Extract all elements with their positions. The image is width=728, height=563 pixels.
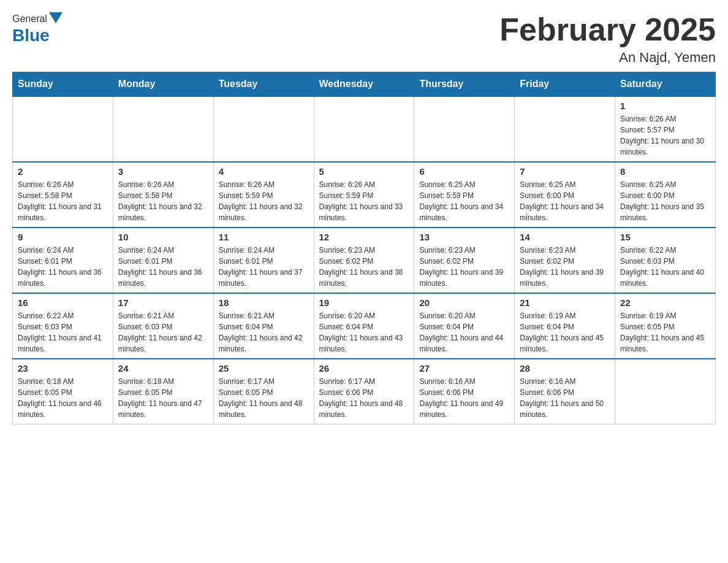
calendar-cell: 21Sunrise: 6:19 AMSunset: 6:04 PMDayligh…	[515, 293, 615, 359]
day-info: Sunrise: 6:21 AMSunset: 6:04 PMDaylight:…	[219, 310, 309, 354]
day-info: Sunrise: 6:25 AMSunset: 5:59 PMDaylight:…	[419, 179, 509, 223]
calendar-cell	[515, 96, 615, 162]
day-info: Sunrise: 6:17 AMSunset: 6:06 PMDaylight:…	[319, 376, 409, 420]
day-header-thursday: Thursday	[414, 72, 515, 97]
day-number: 25	[219, 363, 309, 373]
calendar-cell	[13, 96, 113, 162]
day-number: 13	[419, 232, 509, 242]
day-info: Sunrise: 6:23 AMSunset: 6:02 PMDaylight:…	[319, 245, 409, 289]
logo: General Blue	[12, 12, 63, 45]
day-number: 1	[620, 101, 710, 111]
page-header: General Blue February 2025 An Najd, Yeme…	[12, 12, 716, 66]
calendar-cell: 2Sunrise: 6:26 AMSunset: 5:58 PMDaylight…	[13, 162, 113, 228]
day-number: 28	[520, 363, 610, 373]
day-info: Sunrise: 6:24 AMSunset: 6:01 PMDaylight:…	[18, 245, 108, 289]
day-number: 8	[620, 166, 710, 177]
calendar-cell: 6Sunrise: 6:25 AMSunset: 5:59 PMDaylight…	[414, 162, 515, 228]
calendar-cell: 10Sunrise: 6:24 AMSunset: 6:01 PMDayligh…	[113, 228, 213, 293]
calendar-cell	[615, 359, 716, 424]
day-info: Sunrise: 6:18 AMSunset: 6:05 PMDaylight:…	[118, 376, 208, 420]
day-info: Sunrise: 6:24 AMSunset: 6:01 PMDaylight:…	[118, 245, 208, 289]
day-info: Sunrise: 6:22 AMSunset: 6:03 PMDaylight:…	[620, 245, 710, 289]
logo-arrow-icon	[49, 12, 63, 26]
day-info: Sunrise: 6:20 AMSunset: 6:04 PMDaylight:…	[319, 310, 409, 354]
calendar-cell: 25Sunrise: 6:17 AMSunset: 6:05 PMDayligh…	[213, 359, 314, 424]
calendar-cell: 1Sunrise: 6:26 AMSunset: 5:57 PMDaylight…	[615, 96, 716, 162]
day-info: Sunrise: 6:19 AMSunset: 6:05 PMDaylight:…	[620, 310, 710, 354]
day-header-wednesday: Wednesday	[314, 72, 414, 97]
calendar-cell: 17Sunrise: 6:21 AMSunset: 6:03 PMDayligh…	[113, 293, 213, 359]
calendar-cell: 11Sunrise: 6:24 AMSunset: 6:01 PMDayligh…	[213, 228, 314, 293]
calendar-cell: 20Sunrise: 6:20 AMSunset: 6:04 PMDayligh…	[414, 293, 515, 359]
calendar-cell: 27Sunrise: 6:16 AMSunset: 6:06 PMDayligh…	[414, 359, 515, 424]
calendar-table: SundayMondayTuesdayWednesdayThursdayFrid…	[12, 72, 716, 424]
calendar-cell: 19Sunrise: 6:20 AMSunset: 6:04 PMDayligh…	[314, 293, 414, 359]
day-number: 16	[18, 297, 108, 308]
day-number: 27	[419, 363, 509, 373]
day-number: 2	[18, 166, 108, 177]
day-info: Sunrise: 6:26 AMSunset: 5:58 PMDaylight:…	[118, 179, 208, 223]
calendar-week-5: 23Sunrise: 6:18 AMSunset: 6:05 PMDayligh…	[13, 359, 716, 424]
day-number: 12	[319, 232, 409, 242]
calendar-cell	[113, 96, 213, 162]
calendar-cell: 14Sunrise: 6:23 AMSunset: 6:02 PMDayligh…	[515, 228, 615, 293]
day-number: 14	[520, 232, 610, 242]
calendar-cell: 28Sunrise: 6:16 AMSunset: 6:06 PMDayligh…	[515, 359, 615, 424]
day-number: 9	[18, 232, 108, 242]
day-info: Sunrise: 6:23 AMSunset: 6:02 PMDaylight:…	[520, 245, 610, 289]
svg-marker-0	[49, 12, 63, 23]
logo-general-text: General	[12, 13, 47, 25]
day-info: Sunrise: 6:17 AMSunset: 6:05 PMDaylight:…	[219, 376, 309, 420]
day-number: 18	[219, 297, 309, 308]
day-info: Sunrise: 6:24 AMSunset: 6:01 PMDaylight:…	[219, 245, 309, 289]
calendar-week-3: 9Sunrise: 6:24 AMSunset: 6:01 PMDaylight…	[13, 228, 716, 293]
calendar-cell: 24Sunrise: 6:18 AMSunset: 6:05 PMDayligh…	[113, 359, 213, 424]
day-number: 20	[419, 297, 509, 308]
calendar-cell: 7Sunrise: 6:25 AMSunset: 6:00 PMDaylight…	[515, 162, 615, 228]
day-number: 22	[620, 297, 710, 308]
day-number: 11	[219, 232, 309, 242]
day-info: Sunrise: 6:16 AMSunset: 6:06 PMDaylight:…	[419, 376, 509, 420]
day-number: 10	[118, 232, 208, 242]
day-number: 6	[419, 166, 509, 177]
day-info: Sunrise: 6:22 AMSunset: 6:03 PMDaylight:…	[18, 310, 108, 354]
calendar-cell: 8Sunrise: 6:25 AMSunset: 6:00 PMDaylight…	[615, 162, 716, 228]
day-header-sunday: Sunday	[13, 72, 113, 97]
day-info: Sunrise: 6:16 AMSunset: 6:06 PMDaylight:…	[520, 376, 610, 420]
day-info: Sunrise: 6:25 AMSunset: 6:00 PMDaylight:…	[520, 179, 610, 223]
day-number: 3	[118, 166, 208, 177]
calendar-cell: 26Sunrise: 6:17 AMSunset: 6:06 PMDayligh…	[314, 359, 414, 424]
day-number: 5	[319, 166, 409, 177]
day-number: 17	[118, 297, 208, 308]
calendar-week-1: 1Sunrise: 6:26 AMSunset: 5:57 PMDaylight…	[13, 96, 716, 162]
day-number: 23	[18, 363, 108, 373]
calendar-cell: 12Sunrise: 6:23 AMSunset: 6:02 PMDayligh…	[314, 228, 414, 293]
calendar-cell: 9Sunrise: 6:24 AMSunset: 6:01 PMDaylight…	[13, 228, 113, 293]
calendar-cell: 16Sunrise: 6:22 AMSunset: 6:03 PMDayligh…	[13, 293, 113, 359]
calendar-cell	[213, 96, 314, 162]
logo-blue-text: Blue	[12, 26, 50, 45]
day-number: 7	[520, 166, 610, 177]
calendar-cell	[314, 96, 414, 162]
day-number: 21	[520, 297, 610, 308]
calendar-cell: 18Sunrise: 6:21 AMSunset: 6:04 PMDayligh…	[213, 293, 314, 359]
day-info: Sunrise: 6:23 AMSunset: 6:02 PMDaylight:…	[419, 245, 509, 289]
day-info: Sunrise: 6:18 AMSunset: 6:05 PMDaylight:…	[18, 376, 108, 420]
title-block: February 2025 An Najd, Yemen	[499, 12, 716, 66]
page-title: February 2025	[499, 12, 716, 47]
calendar-cell: 15Sunrise: 6:22 AMSunset: 6:03 PMDayligh…	[615, 228, 716, 293]
calendar-week-4: 16Sunrise: 6:22 AMSunset: 6:03 PMDayligh…	[13, 293, 716, 359]
day-number: 19	[319, 297, 409, 308]
day-info: Sunrise: 6:25 AMSunset: 6:00 PMDaylight:…	[620, 179, 710, 223]
calendar-cell: 5Sunrise: 6:26 AMSunset: 5:59 PMDaylight…	[314, 162, 414, 228]
day-info: Sunrise: 6:26 AMSunset: 5:59 PMDaylight:…	[219, 179, 309, 223]
calendar-header-row: SundayMondayTuesdayWednesdayThursdayFrid…	[13, 72, 716, 97]
calendar-cell: 13Sunrise: 6:23 AMSunset: 6:02 PMDayligh…	[414, 228, 515, 293]
day-header-monday: Monday	[113, 72, 213, 97]
day-info: Sunrise: 6:21 AMSunset: 6:03 PMDaylight:…	[118, 310, 208, 354]
day-info: Sunrise: 6:26 AMSunset: 5:58 PMDaylight:…	[18, 179, 108, 223]
day-number: 24	[118, 363, 208, 373]
page-subtitle: An Najd, Yemen	[499, 50, 716, 66]
calendar-cell: 23Sunrise: 6:18 AMSunset: 6:05 PMDayligh…	[13, 359, 113, 424]
calendar-cell: 4Sunrise: 6:26 AMSunset: 5:59 PMDaylight…	[213, 162, 314, 228]
